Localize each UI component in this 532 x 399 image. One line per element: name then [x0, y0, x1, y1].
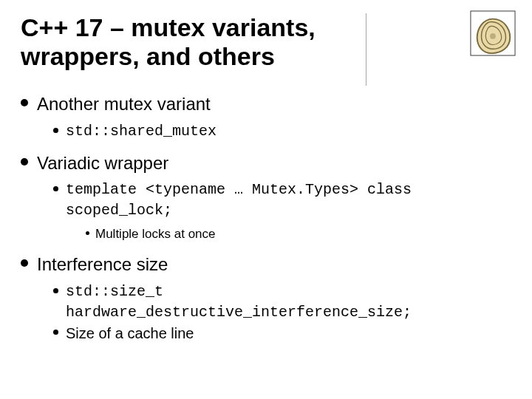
- shell-icon: [470, 10, 516, 56]
- bullet-text: Multiple locks at once: [95, 225, 511, 243]
- code-text: std::shared_mutex: [66, 121, 511, 142]
- bullet-variadic-wrapper: Variadic wrapper template <typename … Mu…: [21, 151, 511, 243]
- sub-bullet-cache-line: Size of a cache line: [53, 323, 511, 344]
- bullet-text: Size of a cache line: [66, 323, 511, 344]
- bullet-icon: [53, 288, 58, 293]
- code-text: std::size_t hardware_destructive_interfe…: [66, 282, 511, 323]
- bullet-icon: [21, 158, 28, 166]
- bullet-icon: [53, 330, 58, 335]
- bullet-icon: [21, 99, 28, 106]
- bullet-interference-size: Interference size std::size_t hardware_d…: [21, 252, 511, 344]
- bullet-icon: [53, 186, 58, 191]
- sub-bullet-shared-mutex: std::shared_mutex: [53, 121, 511, 142]
- code-text: template <typename … Mutex.Types> class …: [66, 180, 511, 221]
- subsub-bullet-multiple-locks: Multiple locks at once: [86, 225, 511, 243]
- sub-bullet-template-scoped-lock: template <typename … Mutex.Types> class …: [53, 180, 511, 243]
- bullet-icon: [53, 128, 58, 133]
- bullet-another-mutex: Another mutex variant std::shared_mutex: [21, 92, 511, 142]
- bullet-label: Another mutex variant: [37, 92, 511, 117]
- bullet-icon: [21, 259, 28, 267]
- slide-title: C++ 17 – mutex variants, wrappers, and o…: [21, 13, 434, 71]
- bullet-label: Interference size: [37, 252, 511, 277]
- slide-content: Another mutex variant std::shared_mutex …: [21, 92, 511, 344]
- sub-bullet-hardware-destructive: std::size_t hardware_destructive_interfe…: [53, 282, 511, 323]
- title-divider: [366, 13, 366, 86]
- bullet-icon: [86, 231, 89, 235]
- svg-point-1: [490, 33, 496, 39]
- bullet-label: Variadic wrapper: [37, 151, 511, 176]
